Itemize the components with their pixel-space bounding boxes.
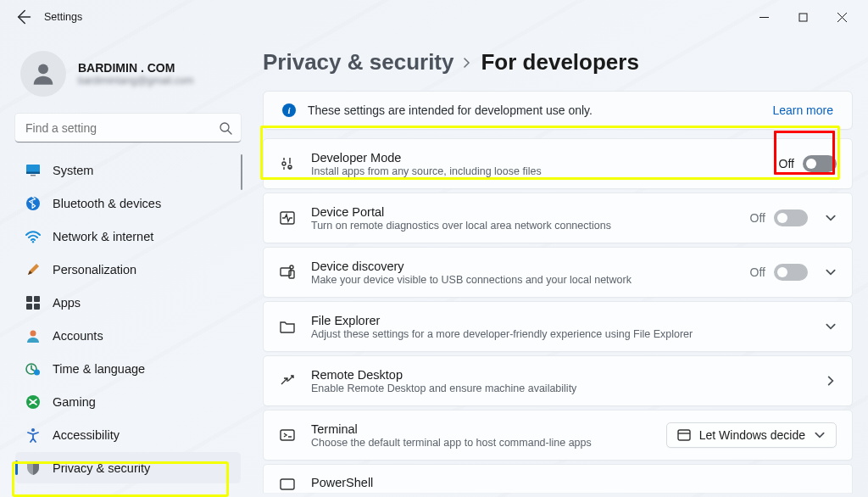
svg-point-7 (32, 241, 34, 243)
terminal-icon (279, 427, 296, 444)
window-title: Settings (44, 11, 82, 23)
card-title: File Explorer (311, 314, 825, 327)
toggle-label: Off (750, 211, 765, 225)
sidebar-item-accessibility[interactable]: Accessibility (15, 419, 241, 450)
card-file-explorer[interactable]: File Explorer Adjust these settings for … (263, 301, 853, 352)
accessibility-icon (25, 427, 41, 443)
breadcrumb: Privacy & security For developers (263, 49, 853, 75)
close-icon (837, 13, 847, 22)
sidebar-item-label: Bluetooth & devices (53, 197, 161, 210)
svg-rect-8 (26, 296, 32, 302)
select-label: Let Windows decide (699, 428, 805, 442)
minimize-button[interactable] (744, 3, 783, 31)
terminal-default-select[interactable]: Let Windows decide (666, 422, 837, 448)
sidebar-item-gaming[interactable]: Gaming (15, 386, 241, 417)
chevron-down-icon (825, 321, 837, 332)
sidebar-item-label: Apps (53, 296, 81, 310)
sidebar-item-label: Accessibility (53, 428, 120, 442)
sidebar-item-bluetooth[interactable]: Bluetooth & devices (15, 187, 241, 219)
minimize-icon (760, 13, 769, 22)
wifi-icon (25, 229, 41, 244)
card-device-discovery[interactable]: Device discovery Make your device visibl… (263, 247, 853, 298)
card-title: Device discovery (311, 260, 750, 273)
chevron-down-icon (825, 212, 837, 224)
sidebar-item-label: Network & internet (53, 230, 153, 243)
card-desc: Choose the default terminal app to host … (311, 437, 666, 449)
gaming-icon (25, 394, 41, 410)
search-input[interactable] (15, 114, 241, 142)
bluetooth-icon (25, 196, 41, 211)
card-title: Developer Mode (311, 151, 779, 165)
close-button[interactable] (822, 3, 861, 31)
card-desc: Make your device visible to USB connecti… (311, 274, 750, 286)
profile-block[interactable]: BARDIMIN . COM bardimintang@gmail.com (15, 37, 241, 109)
card-title: Remote Desktop (311, 368, 825, 382)
heartbeat-icon (279, 209, 296, 226)
shield-icon (25, 461, 41, 476)
sidebar-item-privacy[interactable]: Privacy & security (15, 452, 241, 483)
sidebar-item-label: System (53, 164, 93, 177)
svg-point-14 (34, 369, 40, 375)
arrow-left-icon (15, 8, 32, 25)
sidebar-item-personalization[interactable]: Personalization (15, 254, 241, 285)
device-portal-toggle[interactable] (774, 209, 808, 226)
sidebar-item-label: Personalization (53, 263, 136, 276)
chevron-right-icon (825, 375, 837, 387)
learn-more-link[interactable]: Learn more (772, 103, 833, 117)
sidebar-item-apps[interactable]: Apps (15, 287, 241, 318)
sidebar-item-label: Gaming (53, 395, 96, 409)
profile-name: BARDIMIN . COM (78, 61, 193, 75)
nav-list: System Bluetooth & devices Network & int… (15, 154, 241, 497)
avatar (20, 51, 66, 97)
card-terminal[interactable]: Terminal Choose the default terminal app… (263, 410, 853, 461)
breadcrumb-parent[interactable]: Privacy & security (263, 49, 453, 75)
scroll-indicator[interactable] (241, 154, 242, 190)
card-title: Device Portal (311, 205, 750, 219)
sidebar-item-network[interactable]: Network & internet (15, 221, 241, 252)
svg-rect-22 (678, 430, 690, 440)
svg-point-6 (26, 197, 40, 210)
card-remote-desktop[interactable]: Remote Desktop Enable Remote Desktop and… (263, 355, 853, 406)
card-desc: Install apps from any source, including … (311, 165, 779, 177)
svg-rect-11 (34, 304, 40, 310)
info-icon: i (282, 103, 296, 117)
card-device-portal[interactable]: Device Portal Turn on remote diagnostics… (263, 193, 853, 243)
search-box[interactable] (15, 114, 241, 142)
card-desc: Turn on remote diagnostics over local ar… (311, 220, 750, 232)
sidebar-item-label: Time & language (53, 362, 145, 376)
sidebar-item-label: Privacy & security (53, 461, 150, 475)
card-powershell[interactable]: PowerShell (263, 464, 853, 493)
update-icon (25, 494, 41, 498)
device-discovery-toggle[interactable] (774, 264, 808, 281)
svg-rect-10 (26, 304, 32, 310)
svg-rect-23 (281, 479, 294, 489)
maximize-button[interactable] (783, 3, 822, 31)
discovery-icon (279, 264, 296, 281)
devmode-icon (279, 155, 296, 172)
apps-icon (25, 295, 41, 310)
card-developer-mode[interactable]: Developer Mode Install apps from any sou… (263, 138, 853, 189)
chevron-down-icon (825, 266, 837, 278)
breadcrumb-current: For developers (481, 49, 638, 75)
svg-point-20 (290, 265, 293, 269)
svg-point-12 (31, 330, 36, 336)
info-text: These settings are intended for developm… (308, 103, 772, 117)
sidebar-item-time[interactable]: Time & language (15, 353, 241, 384)
search-icon (219, 121, 232, 135)
title-bar: Settings (0, 0, 868, 34)
sidebar-item-update[interactable]: Windows Update (15, 485, 241, 497)
sidebar-item-accounts[interactable]: Accounts (15, 320, 241, 351)
svg-point-2 (220, 123, 229, 131)
svg-rect-9 (34, 296, 40, 302)
svg-point-1 (38, 64, 48, 74)
brush-icon (25, 262, 41, 277)
main-content: Privacy & security For developers i Thes… (251, 34, 868, 497)
info-banner: i These settings are intended for develo… (263, 91, 853, 130)
sidebar-item-system[interactable]: System (15, 154, 241, 186)
toggle-label: Off (750, 265, 765, 279)
developer-mode-toggle[interactable] (803, 155, 837, 172)
back-button[interactable] (15, 8, 32, 25)
sidebar-item-label: Accounts (53, 329, 103, 343)
svg-rect-19 (289, 271, 294, 278)
powershell-icon (279, 476, 296, 493)
